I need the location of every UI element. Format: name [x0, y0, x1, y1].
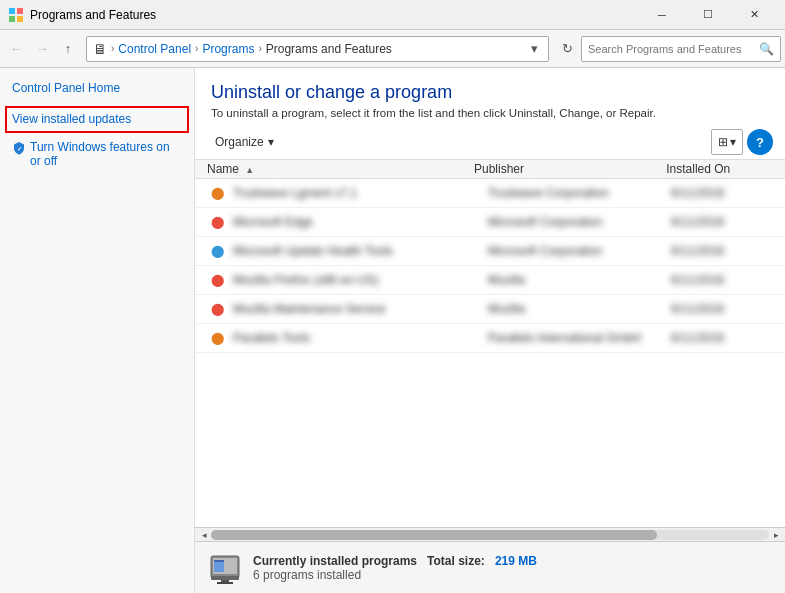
svg-rect-2	[9, 16, 15, 22]
sort-arrow: ▲	[245, 165, 254, 175]
scroll-track[interactable]	[211, 530, 769, 540]
bottom-bar: Currently installed programs Total size:…	[195, 541, 785, 593]
program-publisher: Trustwave Corporation	[488, 186, 671, 200]
content-area: Uninstall or change a program To uninsta…	[195, 68, 785, 593]
program-icon: ⬤	[207, 270, 227, 290]
sidebar: Control Panel Home View installed update…	[0, 68, 195, 593]
program-date: 6/11/2016	[671, 302, 773, 316]
table-row[interactable]: ⬤ Trustwave Lgment v7.1 Trustwave Corpor…	[195, 179, 785, 208]
program-publisher: Microsoft Corporation	[488, 244, 671, 258]
breadcrumb-dropdown-button[interactable]: ▾	[526, 39, 542, 59]
minimize-button[interactable]: ─	[639, 0, 685, 30]
table-row[interactable]: ⬤ Mozilla Maintenance Service Mozilla 6/…	[195, 295, 785, 324]
program-icon: ⬤	[207, 241, 227, 261]
svg-rect-11	[214, 560, 224, 562]
search-input[interactable]	[588, 43, 755, 55]
scroll-left-arrow[interactable]: ◂	[197, 528, 211, 542]
col-header-publisher[interactable]: Publisher	[474, 162, 666, 176]
back-button[interactable]: ←	[4, 37, 28, 61]
organize-arrow: ▾	[268, 135, 274, 149]
program-publisher: Mozilla	[488, 273, 671, 287]
program-name: Microsoft Edge	[233, 215, 488, 229]
col-header-installed[interactable]: Installed On	[666, 162, 773, 176]
program-publisher: Parallels International GmbH	[488, 331, 671, 345]
program-icon: ⬤	[207, 299, 227, 319]
bottom-info: Currently installed programs Total size:…	[253, 554, 537, 582]
breadcrumb-current: Programs and Features	[266, 42, 392, 56]
program-name: Microsoft Update Health Tools	[233, 244, 488, 258]
svg-rect-3	[17, 16, 23, 22]
program-name: Parallels Tools	[233, 331, 488, 345]
program-date: 6/11/2016	[671, 244, 773, 258]
sidebar-item-features[interactable]: ✓ Turn Windows features on or off	[8, 138, 186, 170]
svg-rect-0	[9, 8, 15, 14]
bottom-label: Currently installed programs Total size:…	[253, 554, 537, 568]
table-row[interactable]: ⬤ Mozilla Firefox (x86 en-US) Mozilla 6/…	[195, 266, 785, 295]
svg-rect-9	[217, 582, 233, 584]
program-date: 6/11/2016	[671, 273, 773, 287]
svg-rect-1	[17, 8, 23, 14]
program-list[interactable]: ⬤ Trustwave Lgment v7.1 Trustwave Corpor…	[195, 179, 785, 527]
breadcrumb-icon: 🖥	[93, 41, 107, 57]
table-row[interactable]: ⬤ Parallels Tools Parallels Internationa…	[195, 324, 785, 353]
program-date: 6/11/2016	[671, 215, 773, 229]
program-publisher: Mozilla	[488, 302, 671, 316]
breadcrumb-controlpanel[interactable]: Control Panel	[118, 42, 191, 56]
close-button[interactable]: ✕	[731, 0, 777, 30]
view-button[interactable]: ⊞ ▾	[711, 129, 743, 155]
main-layout: Control Panel Home View installed update…	[0, 68, 785, 593]
window-icon	[8, 7, 24, 23]
program-name: Mozilla Maintenance Service	[233, 302, 488, 316]
view-arrow: ▾	[730, 135, 736, 149]
scroll-thumb[interactable]	[211, 530, 657, 540]
list-header: Name ▲ Publisher Installed On	[195, 160, 785, 179]
breadcrumb: 🖥 › Control Panel › Programs › Programs …	[86, 36, 549, 62]
content-header: Uninstall or change a program To uninsta…	[195, 68, 785, 125]
refresh-button[interactable]: ↻	[555, 37, 579, 61]
program-date: 6/11/2016	[671, 186, 773, 200]
svg-text:✓: ✓	[17, 146, 22, 152]
toolbar: Organize ▾ ⊞ ▾ ?	[195, 125, 785, 160]
content-title: Uninstall or change a program	[211, 82, 769, 103]
view-icon: ⊞	[718, 135, 728, 149]
program-icon: ⬤	[207, 212, 227, 232]
col-header-name[interactable]: Name ▲	[207, 162, 474, 176]
sidebar-item-home[interactable]: Control Panel Home	[8, 78, 186, 99]
window-title: Programs and Features	[30, 8, 639, 22]
program-publisher: Microsoft Corporation	[488, 215, 671, 229]
programs-icon	[207, 550, 243, 586]
organize-label: Organize	[215, 135, 264, 149]
horizontal-scrollbar[interactable]: ◂ ▸	[195, 527, 785, 541]
program-date: 6/11/2016	[671, 331, 773, 345]
forward-button[interactable]: →	[30, 37, 54, 61]
scroll-right-arrow[interactable]: ▸	[769, 528, 783, 542]
search-box: 🔍	[581, 36, 781, 62]
shield-icon: ✓	[12, 141, 26, 155]
svg-rect-7	[211, 576, 239, 580]
maximize-button[interactable]: ☐	[685, 0, 731, 30]
program-name: Trustwave Lgment v7.1	[233, 186, 488, 200]
address-bar: ← → ↑ 🖥 › Control Panel › Programs › Pro…	[0, 30, 785, 68]
up-button[interactable]: ↑	[56, 37, 80, 61]
program-icon: ⬤	[207, 183, 227, 203]
sidebar-item-updates[interactable]: View installed updates	[8, 109, 186, 130]
search-icon[interactable]: 🔍	[759, 42, 774, 56]
title-bar: Programs and Features ─ ☐ ✕	[0, 0, 785, 30]
content-subtitle: To uninstall a program, select it from t…	[211, 107, 769, 119]
sidebar-features-label: Turn Windows features on or off	[30, 140, 182, 168]
program-name: Mozilla Firefox (x86 en-US)	[233, 273, 488, 287]
window-controls: ─ ☐ ✕	[639, 0, 777, 30]
table-row[interactable]: ⬤ Microsoft Update Health Tools Microsof…	[195, 237, 785, 266]
organize-button[interactable]: Organize ▾	[207, 129, 282, 155]
breadcrumb-programs[interactable]: Programs	[202, 42, 254, 56]
help-button[interactable]: ?	[747, 129, 773, 155]
programs-count: 6 programs installed	[253, 568, 537, 582]
table-row[interactable]: ⬤ Microsoft Edge Microsoft Corporation 6…	[195, 208, 785, 237]
program-icon: ⬤	[207, 328, 227, 348]
total-size: 219 MB	[495, 554, 537, 568]
